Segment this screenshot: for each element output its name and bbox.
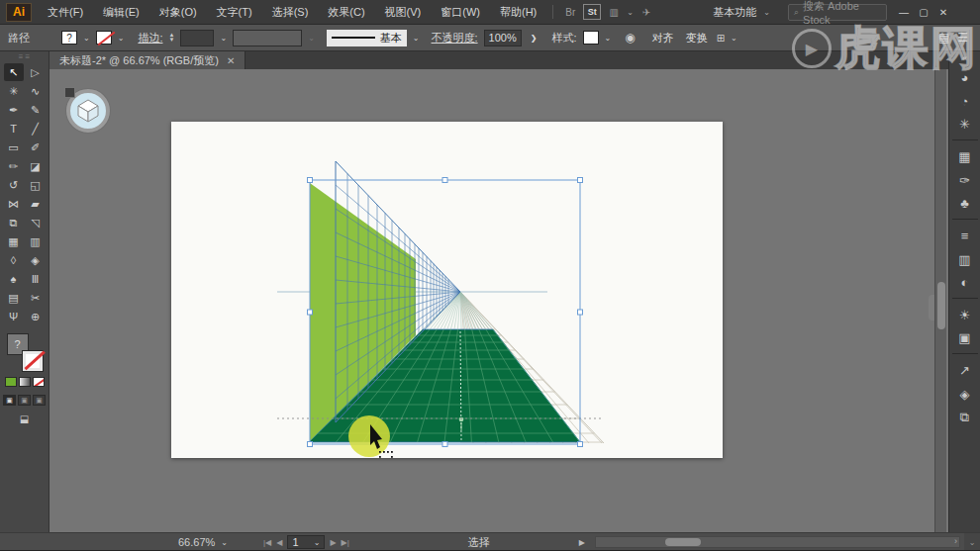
next-artboard-button[interactable]: ▶	[330, 538, 336, 547]
artboard-number-dropdown[interactable]: 1 ⌄	[287, 535, 325, 549]
fill-swatch[interactable]: ?	[61, 31, 77, 45]
panel-cc-libraries[interactable]: ✳	[952, 113, 978, 140]
artboard[interactable]	[171, 122, 723, 458]
last-artboard-button[interactable]: ▶|	[342, 538, 349, 547]
menu-effect[interactable]: 效果(C)	[318, 0, 374, 25]
stroke-swatch[interactable]	[96, 31, 112, 45]
tool-artboard[interactable]: ▤	[4, 289, 24, 307]
arrange-documents-icon[interactable]: ▥	[605, 4, 623, 20]
tool-hand[interactable]: Ψ	[4, 308, 24, 325]
canvas-area[interactable]	[49, 69, 948, 532]
chevron-down-icon[interactable]: ⌄	[627, 8, 634, 17]
tool-line-segment[interactable]: ╱	[26, 120, 46, 138]
panel-color-guide[interactable]: ◔	[952, 89, 978, 113]
opacity-more-button[interactable]: ❯	[528, 34, 540, 43]
panel-layers[interactable]: ◈	[952, 382, 978, 406]
tool-mesh[interactable]: ▦	[4, 232, 24, 250]
none-button[interactable]	[33, 377, 45, 387]
tool-direct-selection[interactable]: ▷	[26, 63, 46, 81]
stroke-color-box[interactable]	[23, 351, 43, 371]
fill-stroke-indicator[interactable]: ?	[7, 333, 43, 371]
tool-rectangle[interactable]: ▭	[4, 138, 24, 156]
panel-grip[interactable]: ≡ ≡	[19, 51, 31, 63]
tool-lasso[interactable]: ∿	[26, 82, 46, 100]
color-button[interactable]	[5, 377, 17, 387]
panel-color[interactable]: ◕	[952, 65, 978, 89]
menu-view[interactable]: 视图(V)	[375, 0, 432, 25]
opacity-field[interactable]: 100%	[484, 30, 522, 46]
panel-graphic-styles[interactable]: ▣	[952, 326, 978, 354]
status-options-icon[interactable]: ▶	[579, 538, 585, 547]
share-icon[interactable]: ✈	[637, 4, 655, 20]
close-icon[interactable]: ✕	[227, 55, 235, 66]
tool-pen[interactable]: ✒	[4, 101, 24, 119]
menu-file[interactable]: 文件(F)	[38, 0, 93, 25]
screen-mode-button[interactable]: ⬓	[20, 413, 29, 424]
chevron-down-icon[interactable]: ⌄	[220, 34, 227, 43]
expand-panels-icon[interactable]: «	[962, 53, 967, 65]
vertical-scrollbar[interactable]	[934, 69, 946, 532]
tool-scale[interactable]: ◱	[26, 176, 46, 194]
draw-behind-mode-button[interactable]: ▣	[18, 395, 31, 406]
tool-rotate[interactable]: ↺	[4, 176, 24, 194]
stroke-weight-stepper[interactable]: ▲▼	[168, 33, 174, 43]
chevron-down-icon[interactable]: ⌄	[731, 34, 737, 43]
tool-gradient[interactable]: ▥	[26, 232, 46, 250]
draw-normal-mode-button[interactable]: ▣	[3, 395, 16, 406]
tool-eyedropper[interactable]: ◊	[4, 251, 24, 269]
menu-select[interactable]: 选择(S)	[262, 0, 319, 25]
menu-type[interactable]: 文字(T)	[207, 0, 262, 25]
first-artboard-button[interactable]: |◀	[263, 538, 271, 547]
tool-selection[interactable]: ↖	[4, 63, 24, 81]
menu-object[interactable]: 对象(O)	[149, 0, 207, 25]
panel-artboards[interactable]: ⧉	[952, 406, 978, 429]
artboard-artwork[interactable]	[171, 122, 723, 458]
tool-paintbrush[interactable]: ✐	[26, 138, 46, 156]
panel-swatches[interactable]: ▦	[952, 144, 978, 168]
draw-inside-mode-button[interactable]: ▣	[33, 395, 46, 406]
perspective-grid-widget[interactable]	[66, 89, 110, 133]
chevron-down-icon[interactable]: ⌄	[118, 34, 125, 43]
zoom-level-dropdown[interactable]: 66.67% ⌄	[178, 536, 255, 548]
tool-eraser[interactable]: ◪	[26, 157, 46, 175]
menu-edit[interactable]: 编辑(E)	[93, 0, 149, 25]
menu-help[interactable]: 帮助(H)	[490, 0, 546, 25]
tool-column-graph[interactable]: Ⅲ	[26, 270, 46, 288]
chevron-down-icon[interactable]: ⌄	[83, 34, 90, 43]
more-options-icon[interactable]: ⊞	[717, 33, 725, 44]
scroll-down-icon[interactable]: ⌄	[964, 533, 980, 551]
tool-perspective-grid[interactable]: ◹	[26, 214, 46, 231]
document-tab[interactable]: 未标题-2* @ 66.67% (RGB/预览) ✕	[49, 51, 245, 69]
scroll-right-icon[interactable]: ›	[954, 536, 957, 546]
transform-button[interactable]: 变换	[683, 31, 711, 46]
style-swatch[interactable]	[583, 31, 599, 45]
adobe-stock-icon[interactable]: St	[583, 4, 601, 20]
tool-shape-builder[interactable]: ⧉	[4, 214, 24, 231]
tool-width[interactable]: ⋈	[4, 195, 24, 213]
tool-symbol-sprayer[interactable]: ♠	[4, 270, 24, 288]
maximize-button[interactable]: ▢	[915, 4, 932, 20]
gradient-button[interactable]	[19, 377, 31, 387]
tool-slice[interactable]: ✂	[26, 289, 46, 307]
workspace-switcher[interactable]: 基本功能 ⌄	[705, 5, 780, 20]
tool-magic-wand[interactable]: ✳	[4, 82, 24, 100]
tool-blend[interactable]: ◈	[26, 251, 46, 269]
align-button[interactable]: 对齐	[649, 31, 677, 46]
panel-brushes[interactable]: ✑	[952, 168, 978, 192]
panel-stroke[interactable]: ≡	[952, 224, 978, 247]
panel-gradient[interactable]: ▥	[952, 247, 978, 271]
tool-free-transform[interactable]: ▰	[26, 195, 46, 213]
tool-curvature[interactable]: ✎	[26, 101, 46, 119]
panel-export[interactable]: ↗	[952, 358, 978, 382]
vertical-scrollbar-thumb[interactable]	[937, 282, 945, 329]
stroke-weight-label[interactable]: 描边:	[138, 31, 162, 46]
brush-definition-dropdown[interactable]: 基本	[327, 30, 407, 46]
stock-search-input[interactable]: ⌕ 搜索 Adobe Stock	[788, 4, 887, 21]
chevron-down-icon[interactable]: ⌄	[413, 34, 420, 43]
stroke-weight-field[interactable]	[180, 30, 214, 46]
close-button[interactable]: ✕	[934, 4, 952, 20]
tool-zoom[interactable]: ⊕	[26, 308, 46, 325]
panel-appearance[interactable]: ☀	[952, 303, 978, 326]
tool-shaper[interactable]: ✏	[4, 157, 24, 175]
panel-symbols[interactable]: ♣	[952, 192, 978, 220]
